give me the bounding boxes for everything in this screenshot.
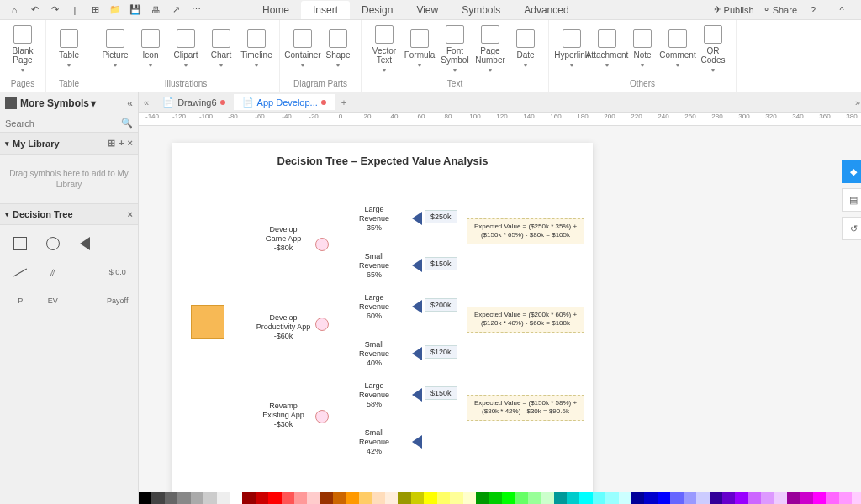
doc-tab-drawing6[interactable]: 📄Drawing6 <box>154 94 233 110</box>
chance-node[interactable] <box>315 410 329 423</box>
export-icon[interactable]: ↗ <box>168 3 183 18</box>
color-swatch[interactable] <box>372 492 385 504</box>
color-swatch[interactable] <box>463 492 476 504</box>
page-tool-icon[interactable]: ▤ <box>842 188 861 212</box>
menu-tab-advanced[interactable]: Advanced <box>512 1 580 19</box>
save-icon[interactable]: 💾 <box>128 3 143 18</box>
doc-tab-app-develop[interactable]: 📄App Develop... <box>234 94 335 110</box>
color-swatch[interactable] <box>541 492 553 504</box>
redo-icon[interactable]: ↷ <box>47 3 62 18</box>
timeline-button[interactable]: Timeline▾ <box>239 22 274 77</box>
symbol-cell[interactable]: Payoff <box>104 289 132 312</box>
menu-tab-insert[interactable]: Insert <box>301 1 350 19</box>
chart-button[interactable]: Chart▾ <box>203 22 239 77</box>
blank-page-button[interactable]: BlankPage▾ <box>5 22 40 77</box>
symbols-header[interactable]: More Symbols ▾ « <box>0 92 138 114</box>
color-swatch[interactable] <box>722 492 735 504</box>
color-swatch[interactable] <box>294 492 307 504</box>
comment-button[interactable]: Comment▾ <box>660 22 695 77</box>
color-swatch[interactable] <box>230 492 242 504</box>
open-icon[interactable]: 📁 <box>108 3 123 18</box>
help-icon[interactable]: ? <box>806 3 821 18</box>
menu-tab-design[interactable]: Design <box>350 1 404 19</box>
new-icon[interactable]: ⊞ <box>87 3 103 18</box>
publish-button[interactable]: ✈ Publish <box>714 4 754 15</box>
color-swatch[interactable] <box>346 492 359 504</box>
share-button[interactable]: ⚬ Share <box>763 4 797 15</box>
icon-button[interactable]: Icon▾ <box>133 22 168 77</box>
collapse-left-icon[interactable]: « <box>127 97 133 109</box>
color-swatch[interactable] <box>579 492 592 504</box>
formula-button[interactable]: Formula▾ <box>402 22 437 77</box>
color-swatch[interactable] <box>761 492 774 504</box>
grid-icon[interactable]: ⊞ <box>108 138 115 149</box>
color-swatch[interactable] <box>670 492 683 504</box>
color-swatch[interactable] <box>282 492 294 504</box>
color-swatch[interactable] <box>256 492 268 504</box>
color-swatch[interactable] <box>567 492 579 504</box>
color-swatch[interactable] <box>826 492 838 504</box>
page-number-button[interactable]: PageNumber▾ <box>473 22 508 77</box>
color-swatch[interactable] <box>191 492 203 504</box>
terminal-node[interactable] <box>412 435 422 449</box>
color-swatch[interactable] <box>631 492 644 504</box>
symbol-cell[interactable]: P <box>7 289 34 312</box>
table-button[interactable]: Table▾ <box>51 22 87 77</box>
style-tool-icon[interactable]: ◆ <box>842 160 861 183</box>
symbol-cell[interactable]: $ 0.0 <box>104 260 132 284</box>
symbol-cell[interactable]: EV <box>40 289 67 312</box>
close-section-icon[interactable]: × <box>128 209 133 219</box>
color-swatch[interactable] <box>437 492 450 504</box>
history-tool-icon[interactable]: ↺ <box>842 217 861 240</box>
color-swatch[interactable] <box>710 492 722 504</box>
terminal-node[interactable] <box>412 347 422 360</box>
tabs-collapse-icon[interactable]: « <box>139 97 154 108</box>
color-swatch[interactable] <box>398 492 410 504</box>
color-swatch[interactable] <box>385 492 398 504</box>
symbol-cell[interactable] <box>71 289 99 312</box>
menu-tab-home[interactable]: Home <box>251 1 301 19</box>
terminal-node[interactable] <box>412 212 422 225</box>
color-swatch[interactable] <box>644 492 657 504</box>
color-swatch[interactable] <box>489 492 501 504</box>
color-swatch[interactable] <box>333 492 346 504</box>
color-swatch[interactable] <box>139 492 151 504</box>
undo-icon[interactable]: ↶ <box>27 3 42 18</box>
close-icon[interactable]: × <box>128 138 133 149</box>
color-swatch[interactable] <box>515 492 527 504</box>
color-swatch[interactable] <box>852 492 861 504</box>
search-icon[interactable]: 🔍 <box>121 118 133 129</box>
color-swatch[interactable] <box>813 492 826 504</box>
color-swatch[interactable] <box>605 492 618 504</box>
note-button[interactable]: Note▾ <box>625 22 660 77</box>
color-swatch[interactable] <box>748 492 761 504</box>
container-button[interactable]: Container▾ <box>285 22 320 77</box>
color-swatch[interactable] <box>684 492 696 504</box>
color-swatch[interactable] <box>424 492 436 504</box>
date-button[interactable]: Date▾ <box>508 22 543 77</box>
color-swatch[interactable] <box>774 492 787 504</box>
color-swatch[interactable] <box>411 492 424 504</box>
chance-node[interactable] <box>315 318 329 331</box>
color-swatch[interactable] <box>554 492 567 504</box>
collapse-icon[interactable]: ^ <box>834 3 849 18</box>
symbol-cell[interactable] <box>71 260 99 284</box>
color-swatch[interactable] <box>359 492 372 504</box>
color-swatch[interactable] <box>320 492 333 504</box>
library-dropzone[interactable]: Drag symbols here to add to My Library <box>0 155 138 203</box>
hyperlink-button[interactable]: Hyperlink▾ <box>554 22 589 77</box>
color-swatch[interactable] <box>217 492 230 504</box>
menu-tab-symbols[interactable]: Symbols <box>450 1 512 19</box>
chance-node[interactable] <box>315 238 329 251</box>
color-swatch[interactable] <box>307 492 320 504</box>
add-icon[interactable]: + <box>119 138 124 149</box>
clipart-button[interactable]: Clipart▾ <box>168 22 203 77</box>
color-swatch[interactable] <box>476 492 489 504</box>
color-swatch[interactable] <box>735 492 747 504</box>
mylibrary-section[interactable]: ▾ My Library ⊞+× <box>0 132 138 155</box>
color-swatch[interactable] <box>839 492 852 504</box>
color-swatch[interactable] <box>177 492 190 504</box>
color-swatch[interactable] <box>502 492 515 504</box>
color-swatch[interactable] <box>696 492 709 504</box>
color-swatch[interactable] <box>593 492 605 504</box>
